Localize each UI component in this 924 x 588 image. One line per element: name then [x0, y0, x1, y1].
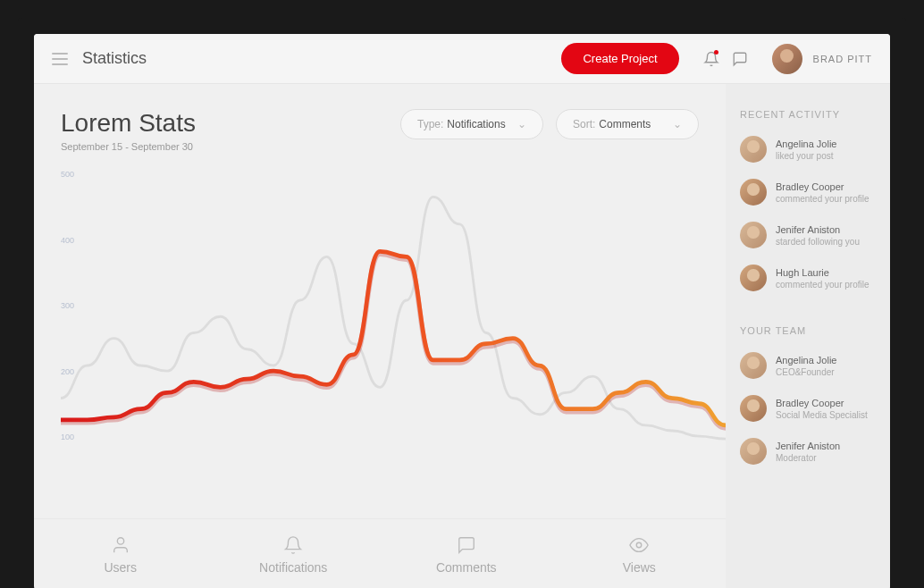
- y-axis-labels: 500400300200100: [61, 170, 74, 441]
- activity-name: Hugh Laurie: [776, 267, 869, 278]
- y-tick: 400: [61, 236, 74, 245]
- username-label: BRAD PITT: [813, 54, 872, 64]
- svg-point-0: [117, 537, 123, 543]
- type-filter-value: Notifications: [447, 118, 505, 130]
- comments-icon: [457, 535, 476, 555]
- right-sidebar: RECENT ACTIVITY Angelina Jolieliked your…: [726, 84, 890, 588]
- activity-item[interactable]: Jenifer Anistonstarded following you: [740, 222, 876, 248]
- avatar: [740, 179, 767, 206]
- tab-label: Users: [104, 560, 137, 575]
- users-icon: [111, 535, 130, 555]
- your-team-title: YOUR TEAM: [740, 325, 876, 336]
- notifications-icon: [283, 535, 303, 555]
- sort-filter-value: Comments: [599, 118, 651, 130]
- top-bar: Statistics Create Project BRAD PITT: [34, 34, 890, 84]
- activity-name: Jenifer Aniston: [776, 224, 860, 235]
- activity-item[interactable]: Hugh Lauriecommented your profile: [740, 265, 876, 291]
- bottom-tabs: UsersNotificationsCommentsViews: [34, 518, 726, 588]
- main-content: Lorem Stats September 15 - September 30 …: [34, 84, 726, 588]
- team-role: CEO&Founder: [776, 367, 837, 377]
- activity-action: starded following you: [776, 237, 860, 247]
- notifications-icon[interactable]: [697, 45, 726, 73]
- team-name: Bradley Cooper: [776, 398, 868, 408]
- tab-label: Views: [623, 560, 656, 575]
- page-title: Statistics: [82, 49, 147, 68]
- avatar: [740, 395, 767, 422]
- avatar: [740, 265, 767, 291]
- chart-area: 500400300200100: [34, 170, 726, 518]
- chevron-down-icon: ⌄: [673, 118, 682, 130]
- activity-action: commented your profile: [776, 280, 869, 290]
- team-item[interactable]: Jenifer AnistonModerator: [740, 438, 876, 465]
- create-project-button[interactable]: Create Project: [561, 43, 678, 74]
- notification-dot: [714, 50, 718, 55]
- team-item[interactable]: Bradley CooperSocial Media Specialist: [740, 395, 876, 422]
- sort-filter[interactable]: Sort: Comments ⌄: [556, 109, 699, 139]
- tab-label: Comments: [436, 560, 497, 575]
- activity-item[interactable]: Angelina Jolieliked your post: [740, 136, 876, 163]
- sort-filter-label: Sort:: [573, 118, 595, 130]
- y-tick: 300: [61, 301, 74, 310]
- team-role: Social Media Specialist: [776, 410, 868, 420]
- avatar: [740, 222, 767, 248]
- recent-activity-title: RECENT ACTIVITY: [740, 109, 876, 120]
- team-item[interactable]: Angelina JolieCEO&Founder: [740, 352, 876, 379]
- tab-users[interactable]: Users: [34, 519, 207, 588]
- activity-action: liked your post: [776, 151, 837, 161]
- chevron-down-icon: ⌄: [517, 118, 526, 130]
- y-tick: 100: [61, 433, 74, 441]
- messages-icon[interactable]: [726, 45, 754, 73]
- tab-comments[interactable]: Comments: [380, 519, 553, 588]
- activity-name: Bradley Cooper: [776, 181, 869, 192]
- tab-views[interactable]: Views: [553, 519, 727, 588]
- y-tick: 200: [61, 367, 74, 376]
- user-avatar[interactable]: [772, 44, 802, 74]
- menu-icon[interactable]: [52, 53, 68, 65]
- tab-notifications[interactable]: Notifications: [207, 519, 381, 588]
- team-role: Moderator: [776, 453, 840, 463]
- type-filter[interactable]: Type: Notifications ⌄: [400, 109, 543, 139]
- avatar: [740, 136, 767, 163]
- avatar: [740, 438, 767, 465]
- activity-item[interactable]: Bradley Coopercommented your profile: [740, 179, 876, 206]
- team-name: Angelina Jolie: [776, 355, 837, 365]
- type-filter-label: Type:: [417, 118, 443, 130]
- stats-title: Lorem Stats: [61, 109, 196, 138]
- tab-label: Notifications: [259, 560, 327, 575]
- views-icon: [629, 535, 649, 555]
- activity-action: commented your profile: [776, 194, 869, 204]
- y-tick: 500: [61, 170, 74, 179]
- line-chart: [61, 170, 726, 441]
- team-name: Jenifer Aniston: [776, 441, 840, 451]
- avatar: [740, 352, 767, 379]
- date-range: September 15 - September 30: [61, 141, 196, 152]
- svg-point-1: [637, 542, 643, 548]
- chart-series-background: [61, 197, 726, 439]
- activity-name: Angelina Jolie: [776, 139, 837, 149]
